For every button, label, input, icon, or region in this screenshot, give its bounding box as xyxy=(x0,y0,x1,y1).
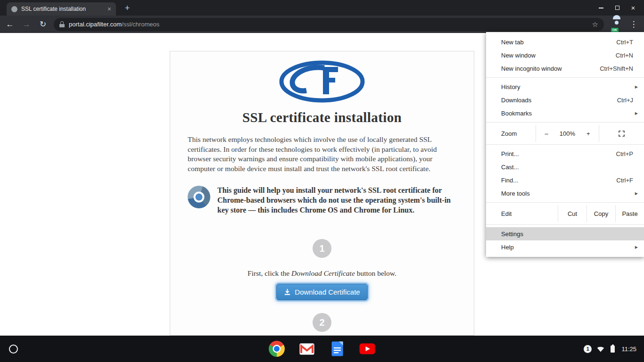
menu-separator xyxy=(486,202,644,203)
menu-label: New window xyxy=(501,52,616,59)
menu-separator xyxy=(486,122,644,123)
window-controls: × xyxy=(595,0,639,16)
menu-accelerator: Ctrl+J xyxy=(617,97,633,104)
shelf-chrome-app[interactable] xyxy=(269,341,285,357)
instruction-post: button below. xyxy=(355,269,396,277)
reload-button[interactable]: ↻ xyxy=(36,18,50,31)
close-button[interactable]: × xyxy=(627,2,639,14)
intro-paragraph: This network employs technologies which … xyxy=(188,135,456,173)
step-1-badge: 1 xyxy=(313,239,331,258)
chrome-browser-icon xyxy=(188,186,210,208)
url-host: portal.cipafilter.com xyxy=(69,21,122,28)
menu-label: Cast... xyxy=(501,164,633,171)
download-certificate-button[interactable]: Download Certificate xyxy=(276,284,367,300)
download-button-label: Download Certificate xyxy=(295,288,360,296)
edit-label: Edit xyxy=(486,205,558,222)
menu-accelerator: Ctrl+T xyxy=(616,39,633,46)
menu-item-new-window[interactable]: New window Ctrl+N xyxy=(486,49,644,62)
step-1-instruction: First, click the Download Certificate bu… xyxy=(170,269,474,278)
avatar-status-badge: OK xyxy=(611,28,619,33)
menu-item-new-incognito-window[interactable]: New incognito window Ctrl+Shift+N xyxy=(486,62,644,75)
youtube-icon xyxy=(359,343,375,354)
shelf-gmail-app[interactable] xyxy=(299,341,315,357)
menu-item-downloads[interactable]: Downloads Ctrl+J xyxy=(486,93,644,107)
submenu-arrow-icon: ▶ xyxy=(635,111,638,115)
menu-item-history[interactable]: History ▶ xyxy=(486,80,644,93)
menu-item-new-tab[interactable]: New tab Ctrl+T xyxy=(486,35,644,49)
menu-label: New incognito window xyxy=(501,65,600,72)
fullscreen-button[interactable] xyxy=(599,125,644,142)
zoom-in-button[interactable]: + xyxy=(578,125,599,142)
menu-item-print[interactable]: Print... Ctrl+P xyxy=(486,147,644,160)
shelf-apps xyxy=(269,341,375,357)
url-path: /ssl/chromeos xyxy=(122,21,159,28)
zoom-level: 100% xyxy=(557,125,578,142)
url-text: portal.cipafilter.com/ssl/chromeos xyxy=(69,21,159,28)
tab-bar: SSL certificate installation × + × xyxy=(0,0,644,16)
shelf-docs-app[interactable] xyxy=(329,341,345,357)
menu-label: Bookmarks xyxy=(501,110,633,117)
forward-button[interactable]: → xyxy=(20,18,33,31)
menu-label: Downloads xyxy=(501,97,617,104)
zoom-out-button[interactable]: – xyxy=(536,125,557,142)
maximize-button[interactable] xyxy=(611,2,623,14)
menu-zoom-row: Zoom – 100% + xyxy=(486,125,644,142)
menu-item-more-tools[interactable]: More tools ▶ xyxy=(486,187,644,200)
paste-button[interactable]: Paste xyxy=(615,205,644,222)
instruction-pre: First, click the xyxy=(248,269,291,277)
menu-label: Help xyxy=(501,244,633,251)
bookmark-star-icon[interactable]: ☆ xyxy=(592,20,598,29)
notification-count-badge: 1 xyxy=(584,345,592,353)
browser-toolbar: ← → ↻ portal.cipafilter.com/ssl/chromeos… xyxy=(0,16,644,33)
submenu-arrow-icon: ▶ xyxy=(635,85,638,89)
launcher-button[interactable] xyxy=(0,336,26,362)
menu-label: Find... xyxy=(501,177,616,184)
shelf-youtube-app[interactable] xyxy=(359,341,375,357)
submenu-arrow-icon: ▶ xyxy=(635,191,638,196)
zoom-label: Zoom xyxy=(486,125,536,142)
menu-item-find[interactable]: Find... Ctrl+F xyxy=(486,173,644,187)
menu-item-settings[interactable]: Settings xyxy=(486,227,644,240)
gmail-icon xyxy=(299,343,314,355)
menu-separator xyxy=(486,144,644,145)
chrome-note-text: This guide will help you install your ne… xyxy=(217,186,456,215)
profile-avatar[interactable]: OK xyxy=(611,18,623,31)
status-tray[interactable]: 1 11:25 xyxy=(580,336,640,362)
menu-label: More tools xyxy=(501,190,633,197)
launcher-icon xyxy=(9,345,18,354)
menu-item-cast[interactable]: Cast... xyxy=(486,160,644,173)
cipafilter-logo-icon xyxy=(170,60,474,105)
fullscreen-icon xyxy=(619,131,625,137)
menu-label: Settings xyxy=(501,230,633,238)
menu-label: Print... xyxy=(501,150,616,157)
address-bar[interactable]: portal.cipafilter.com/ssl/chromeos ☆ xyxy=(54,18,604,31)
screen: SSL certificate installation This networ… xyxy=(0,0,644,362)
cut-button[interactable]: Cut xyxy=(558,205,586,222)
menu-item-bookmarks[interactable]: Bookmarks ▶ xyxy=(486,107,644,120)
back-button[interactable]: ← xyxy=(3,18,17,31)
minimize-icon xyxy=(599,8,603,8)
step-2-badge: 2 xyxy=(313,313,331,332)
tab-title: SSL certificate installation xyxy=(21,6,106,12)
menu-accelerator: Ctrl+N xyxy=(616,52,633,59)
menu-accelerator: Ctrl+Shift+N xyxy=(600,65,633,72)
menu-item-help[interactable]: Help ▶ xyxy=(486,240,644,254)
menu-accelerator: Ctrl+F xyxy=(616,177,633,184)
battery-icon xyxy=(611,346,615,353)
tab-close-icon[interactable]: × xyxy=(106,5,113,13)
browser-tab[interactable]: SSL certificate installation × xyxy=(7,2,116,16)
ssl-install-card: SSL certificate installation This networ… xyxy=(170,51,474,336)
instruction-button-name: Download Certificate xyxy=(291,269,355,277)
copy-button[interactable]: Copy xyxy=(586,205,615,222)
browser-menu-button[interactable]: ⋮ xyxy=(627,18,640,31)
minimize-button[interactable] xyxy=(595,2,607,14)
tab-favicon-icon xyxy=(11,6,17,12)
menu-separator xyxy=(486,77,644,78)
submenu-arrow-icon: ▶ xyxy=(635,245,638,249)
clock: 11:25 xyxy=(621,346,636,353)
download-icon xyxy=(284,288,291,296)
chromeos-shelf: 1 11:25 xyxy=(0,336,644,362)
zoom-controls: – 100% + xyxy=(536,125,599,142)
new-tab-button[interactable]: + xyxy=(122,3,133,14)
lock-body xyxy=(59,24,65,27)
